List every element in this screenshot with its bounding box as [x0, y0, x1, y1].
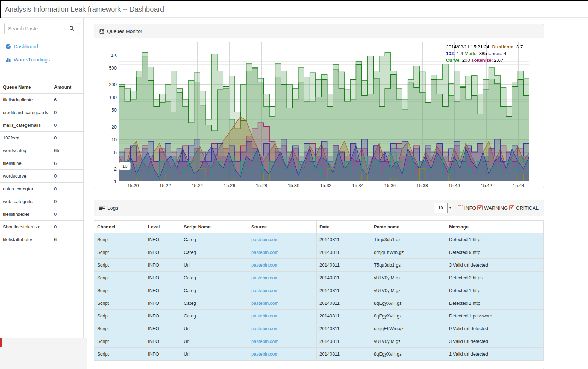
log-cell: pastebin.com — [248, 310, 317, 322]
desktop-red-artifact — [0, 338, 2, 347]
queue-amount-cell: 0 — [51, 132, 83, 144]
log-cell: 3 Valid url detected — [446, 259, 544, 272]
checked-checkbox-icon[interactable] — [477, 205, 483, 210]
sidebar-item-wordstrendings[interactable]: WordsTrendings — [0, 53, 83, 66]
source-link[interactable]: pastebin.com — [251, 300, 278, 306]
log-cell: INFO — [145, 310, 181, 322]
log-cell: pastebin.com — [248, 259, 317, 272]
log-cell: Detected 1 password — [446, 310, 544, 322]
log-cell: 8qEgyXvH.gz — [371, 310, 446, 322]
log-cell: Script — [94, 284, 145, 297]
filter-warning[interactable]: WARNING — [477, 205, 508, 211]
log-cell: Url — [181, 322, 248, 335]
log-cell: INFO — [145, 322, 181, 335]
log-cell: 20140811 — [317, 335, 371, 348]
chart-axis-badge: 10 — [119, 162, 131, 170]
chart-readout-segment: : 2.67 — [492, 58, 504, 63]
page-size-value: 10 — [434, 203, 447, 213]
page-size-select[interactable]: 10 ▼ — [434, 203, 453, 213]
log-row: ScriptINFOUrlpastebin.com201408118qEgyXv… — [94, 348, 544, 361]
queue-amount-cell: 0 — [51, 106, 83, 119]
search-bar — [4, 23, 79, 34]
log-cell: 20140811 — [317, 233, 371, 246]
dashboard-gauge-icon — [5, 44, 11, 49]
log-row: ScriptINFOUrlpastebin.com20140811vULV0yj… — [94, 335, 544, 348]
queue-name-cell: filelistduplicate — [0, 94, 51, 106]
log-row: ScriptINFOCategpastebin.com201408118qEgy… — [94, 310, 544, 322]
chart-readout-segment: 102 — [446, 51, 454, 56]
x-axis-tick-label: 15:34 — [347, 183, 369, 188]
queues-monitor-title: Queues Monitor — [107, 29, 142, 34]
filter-critical[interactable]: CRITICAL — [509, 205, 539, 211]
chart-panel-icon — [99, 29, 104, 34]
queue-table-row: onion_categtor0 — [0, 183, 83, 195]
queue-name-cell: wordscurve — [0, 170, 51, 183]
log-cell: INFO — [145, 246, 181, 259]
log-cell: Detected 1 http — [446, 284, 544, 297]
logs-heading: Logs 10 ▼ INFOWARNINGCRITICAL — [94, 200, 544, 216]
y-axis-tick-label: 20 — [95, 124, 117, 130]
source-link[interactable]: pastebin.com — [251, 288, 278, 293]
source-link[interactable]: pastebin.com — [251, 351, 278, 357]
x-axis-tick-label: 15:22 — [154, 183, 176, 188]
source-link[interactable]: pastebin.com — [251, 313, 278, 319]
checked-checkbox-icon[interactable] — [509, 205, 514, 210]
queue-amount-cell: 65 — [51, 144, 83, 157]
logs-column-header: Message — [446, 221, 544, 233]
source-link[interactable]: pastebin.com — [251, 237, 278, 242]
logs-list-icon — [99, 206, 105, 210]
y-axis-tick-label: 1 — [95, 179, 117, 184]
source-link[interactable]: pastebin.com — [251, 250, 278, 255]
log-cell: vULV0yjM.gz — [371, 272, 446, 284]
log-cell: Detected 9 http — [446, 246, 544, 259]
queue-name-cell: Shortlinestokenize — [0, 221, 51, 233]
filter-info[interactable]: INFO — [458, 205, 476, 211]
search-input[interactable] — [4, 23, 65, 34]
queue-name-cell: filelistattributes — [0, 233, 51, 246]
log-cell: 1 Valid url detected — [446, 348, 544, 361]
queue-amount-cell: 0 — [51, 183, 83, 195]
log-cell: T5qu3ub1.gz — [371, 233, 446, 246]
log-cell: pastebin.com — [248, 335, 317, 348]
search-icon — [69, 26, 75, 31]
log-cell: INFO — [145, 335, 181, 348]
log-row: ScriptINFOCategpastebin.com201408118qEgy… — [94, 297, 544, 310]
log-cell: pastebin.com — [248, 297, 317, 310]
log-row: ScriptINFOCategpastebin.com20140811T5qu3… — [94, 233, 544, 246]
sidebar-nav: Dashboard WordsTrendings — [0, 40, 83, 66]
y-axis-tick-label: 1K — [95, 53, 117, 58]
log-cell: 3 Valid url detected — [446, 335, 544, 348]
logs-column-header: Level — [145, 221, 181, 233]
source-link[interactable]: pastebin.com — [251, 262, 278, 268]
source-link[interactable]: pastebin.com — [251, 326, 278, 331]
log-cell: qmjgEhWm.gz — [371, 322, 446, 335]
queue-table-row: mails_categemails0 — [0, 119, 83, 132]
source-link[interactable]: pastebin.com — [251, 339, 278, 344]
sidebar-item-label: Dashboard — [14, 44, 38, 49]
sidebar-item-dashboard[interactable]: Dashboard — [0, 40, 83, 53]
queue-table-row: filelistline6 — [0, 157, 83, 170]
queue-table-row: wordscurve0 — [0, 170, 83, 183]
queue-table-header-amount: Amount — [51, 81, 83, 94]
logs-column-header: Date — [317, 221, 371, 233]
log-cell: Categ — [181, 284, 248, 297]
log-cell: vULV0yjM.gz — [371, 284, 446, 297]
x-axis-tick-label: 15:44 — [508, 183, 529, 188]
queue-table-row: web_categurls0 — [0, 195, 83, 208]
unchecked-checkbox-icon[interactable] — [458, 205, 463, 210]
queues-monitor-heading: Queues Monitor — [94, 24, 544, 38]
queue-table-header-name: Queue Name — [0, 81, 51, 94]
log-cell: Script — [94, 322, 145, 335]
log-cell: Script — [94, 233, 145, 246]
log-cell: pastebin.com — [248, 233, 317, 246]
chart-readout-segment: Mails — [465, 51, 477, 56]
log-cell: pastebin.com — [248, 284, 317, 297]
x-axis-tick-label: 15:38 — [412, 183, 433, 188]
chart-readout-segment: : 3.7 — [513, 44, 523, 49]
chart-readout-segment: Tokenize — [471, 58, 492, 63]
search-button[interactable] — [65, 23, 79, 34]
y-axis-tick-label: 200 — [95, 82, 117, 87]
source-link[interactable]: pastebin.com — [251, 275, 278, 280]
x-axis-tick-label: 15:26 — [219, 183, 240, 188]
x-axis-tick-label: 15:28 — [251, 183, 272, 188]
